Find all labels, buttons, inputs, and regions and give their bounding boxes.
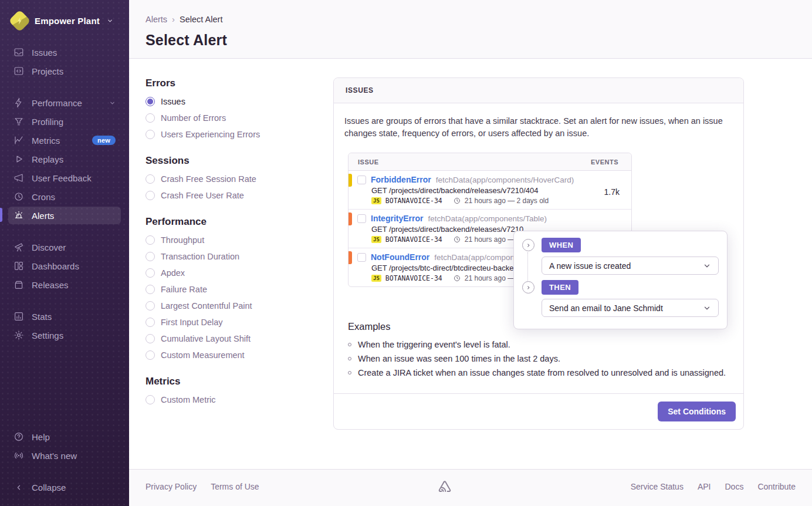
radio-icon[interactable] — [146, 334, 155, 343]
alert-type-group-sessions: Sessions Crash Free Session Rate Crash F… — [146, 155, 333, 200]
breadcrumb: Alerts › Select Alert — [146, 14, 796, 24]
radio-option-throughput[interactable]: Throughput — [146, 235, 333, 245]
radio-icon[interactable] — [146, 174, 155, 184]
radio-icon[interactable] — [146, 285, 155, 294]
broadcast-icon — [13, 450, 24, 461]
alert-type-group-performance: Performance Throughput Transaction Durat… — [146, 216, 333, 360]
radio-icon[interactable] — [146, 318, 155, 327]
org-switcher[interactable]: Empower Plant — [0, 8, 129, 43]
clock-icon — [454, 236, 461, 243]
sidebar-item-label: Projects — [32, 66, 63, 76]
sidebar-item-settings[interactable]: Settings — [8, 326, 121, 344]
radio-option-users-experiencing-errors[interactable]: Users Experiencing Errors — [146, 130, 333, 139]
sidebar-item-metrics[interactable]: Metrics new — [8, 131, 121, 149]
nav-divider — [0, 80, 129, 93]
when-condition-select[interactable]: A new issue is created — [542, 257, 719, 275]
radio-option-custom-measurement[interactable]: Custom Measurement — [146, 350, 333, 360]
javascript-platform-icon: JS — [371, 197, 381, 204]
radio-icon[interactable] — [146, 395, 155, 404]
project-slug: BOTANAVOICE-34 — [385, 274, 442, 282]
sidebar-item-label: Stats — [32, 312, 52, 322]
sidebar-item-issues[interactable]: Issues — [8, 43, 121, 61]
row-checkbox[interactable] — [357, 214, 366, 223]
project-slug: BOTANAVOICE-34 — [385, 235, 442, 244]
chevron-down-icon — [107, 18, 113, 24]
radio-option-cumulative-layout-shift[interactable]: Cumulative Layout Shift — [146, 334, 333, 343]
sidebar-item-projects[interactable]: Projects — [8, 62, 121, 80]
radio-icon[interactable] — [146, 350, 155, 360]
radio-icon[interactable] — [146, 113, 155, 123]
sidebar-item-user-feedback[interactable]: User Feedback — [8, 169, 121, 187]
sidebar-item-performance[interactable]: Performance — [8, 94, 121, 112]
contribute-link[interactable]: Contribute — [757, 482, 796, 491]
radio-option-crash-free-session-rate[interactable]: Crash Free Session Rate — [146, 174, 333, 184]
sidebar-item-whats-new[interactable]: What's new — [8, 447, 121, 464]
radio-icon[interactable] — [146, 191, 155, 200]
sidebar-collapse-button[interactable]: Collapse — [8, 479, 121, 496]
radio-icon[interactable] — [146, 268, 155, 278]
radio-option-largest-contentful-paint[interactable]: Largest Contentful Paint — [146, 301, 333, 311]
main-area: Alerts › Select Alert Select Alert Error… — [129, 0, 812, 506]
then-action-select[interactable]: Send an email to Jane Schmidt — [542, 299, 719, 317]
docs-link[interactable]: Docs — [725, 482, 743, 491]
issue-age: 21 hours ago — 2 days old — [465, 197, 549, 205]
sidebar-item-label: Dashboards — [32, 261, 79, 271]
radio-icon[interactable] — [146, 235, 155, 245]
radio-icon[interactable] — [146, 97, 155, 106]
breadcrumb-alerts-link[interactable]: Alerts — [146, 15, 167, 24]
sidebar-item-discover[interactable]: Discover — [8, 238, 121, 256]
sidebar-item-label: Profiling — [32, 117, 63, 127]
examples-section: Examples When the triggering event's lev… — [348, 321, 729, 377]
new-badge: new — [92, 136, 116, 145]
sidebar-item-label: Performance — [32, 98, 82, 108]
sidebar-item-label: Replays — [32, 154, 63, 164]
sidebar-item-releases[interactable]: Releases — [8, 276, 121, 294]
row-checkbox[interactable] — [357, 253, 366, 262]
sidebar-item-label: Discover — [32, 242, 66, 252]
alert-type-group-metrics: Metrics Custom Metric — [146, 376, 333, 404]
sidebar-item-replays[interactable]: Replays — [8, 150, 121, 168]
radio-option-failure-rate[interactable]: Failure Rate — [146, 285, 333, 294]
panel-header: ISSUES — [334, 78, 743, 103]
bullet-icon — [348, 357, 351, 360]
radio-option-number-of-errors[interactable]: Number of Errors — [146, 113, 333, 123]
gear-icon — [13, 330, 24, 340]
bar-chart-icon — [13, 311, 24, 322]
issue-title-link[interactable]: NotFoundError — [371, 252, 429, 262]
radio-option-issues[interactable]: Issues — [146, 97, 333, 106]
radio-option-custom-metric[interactable]: Custom Metric — [146, 395, 333, 404]
issue-title-link[interactable]: ForbiddenError — [371, 175, 431, 184]
bullet-icon — [348, 343, 351, 346]
issue-title-link[interactable]: IntegrityError — [371, 214, 423, 223]
set-conditions-button[interactable]: Set Conditions — [658, 402, 736, 421]
row-checkbox[interactable] — [357, 176, 366, 184]
sidebar-item-alerts[interactable]: Alerts — [8, 207, 121, 224]
radio-option-crash-free-user-rate[interactable]: Crash Free User Rate — [146, 191, 333, 200]
chevron-down-icon — [109, 100, 116, 106]
radio-icon[interactable] — [146, 130, 155, 139]
sidebar-item-crons[interactable]: Crons — [8, 188, 121, 205]
group-heading: Errors — [146, 77, 333, 89]
terms-of-use-link[interactable]: Terms of Use — [211, 482, 259, 491]
sidebar-item-label: Alerts — [32, 211, 54, 221]
javascript-platform-icon: JS — [371, 236, 381, 243]
alert-type-column: Errors Issues Number of Errors Users Exp… — [146, 77, 333, 469]
radio-option-first-input-delay[interactable]: First Input Delay — [146, 318, 333, 327]
radio-option-transaction-duration[interactable]: Transaction Duration — [146, 252, 333, 261]
sidebar-item-stats[interactable]: Stats — [8, 308, 121, 325]
then-action-value: Send an email to Jane Schmidt — [549, 303, 663, 313]
privacy-policy-link[interactable]: Privacy Policy — [146, 482, 197, 491]
sidebar-item-dashboards[interactable]: Dashboards — [8, 257, 121, 275]
service-status-link[interactable]: Service Status — [631, 482, 684, 491]
circle-chevron-icon — [522, 239, 534, 251]
circle-chevron-icon — [522, 281, 534, 294]
radio-icon[interactable] — [146, 301, 155, 311]
sentry-logo-icon — [437, 479, 452, 494]
sidebar-item-help[interactable]: Help — [8, 428, 121, 446]
radio-icon[interactable] — [146, 252, 155, 261]
chevron-left-icon — [13, 484, 24, 491]
group-heading: Sessions — [146, 155, 333, 167]
radio-option-apdex[interactable]: Apdex — [146, 268, 333, 278]
api-link[interactable]: API — [698, 482, 711, 491]
sidebar-item-profiling[interactable]: Profiling — [8, 113, 121, 130]
